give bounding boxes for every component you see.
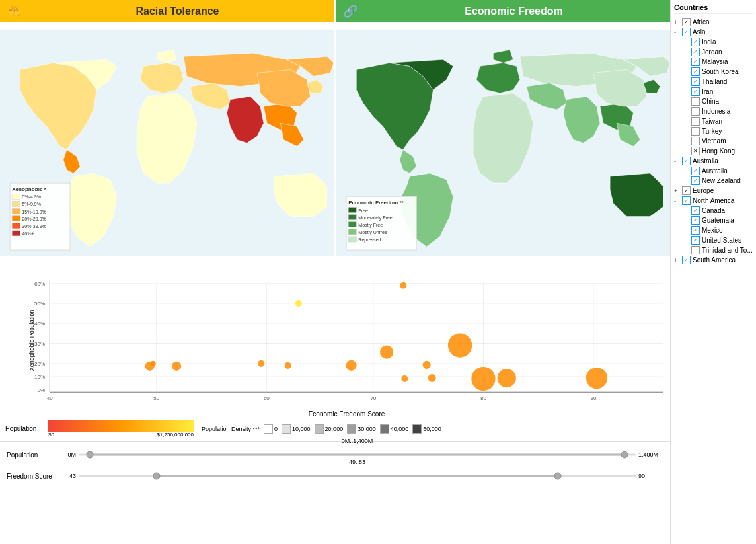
sidebar-item-europe[interactable]: + ✓ Europe: [674, 186, 753, 196]
svg-text:Moderately Free: Moderately Free: [358, 215, 392, 221]
main-container: 🤲 Racial Tolerance: [0, 0, 756, 544]
sidebar-item-australia[interactable]: ✓ Australia: [674, 166, 753, 176]
sidebar-item-canada[interactable]: ✓ Canada: [674, 206, 753, 215]
new-zealand-checkbox[interactable]: ✓: [691, 176, 700, 185]
sidebar-item-north-america[interactable]: - ✓ North America: [674, 196, 753, 206]
south-korea-checkbox[interactable]: ✓: [691, 67, 700, 76]
australia-group-expander[interactable]: -: [674, 158, 682, 165]
turkey-checkbox[interactable]: [691, 127, 700, 136]
bubble-4[interactable]: [258, 360, 264, 367]
racial-tolerance-map[interactable]: Xenophobic * 0%-4.9% 5%-9.9% 15%-19.9% 2…: [0, 22, 334, 264]
vietnam-checkbox[interactable]: [691, 137, 700, 145]
svg-rect-9: [12, 216, 20, 221]
canada-label: Canada: [702, 207, 725, 214]
sidebar-item-guatemala[interactable]: ✓ Guatemala: [674, 215, 753, 225]
bubble-5[interactable]: [285, 362, 291, 369]
united-states-checkbox[interactable]: ✓: [691, 236, 700, 245]
sidebar-item-malaysia[interactable]: ✓ Malaysia: [674, 57, 753, 67]
africa-checkbox[interactable]: ✓: [682, 18, 691, 26]
maps-area: 🤲 Racial Tolerance: [0, 0, 670, 264]
sidebar-item-asia[interactable]: - ✓ Asia: [674, 27, 753, 37]
countries-sidebar: Countries + ✓ Africa - ✓ Asia ✓ India ✓ …: [670, 0, 756, 544]
malaysia-checkbox[interactable]: ✓: [691, 58, 700, 66]
svg-text:Xenophobic *: Xenophobic *: [12, 186, 46, 192]
economic-freedom-map[interactable]: Economic Freedom ** Free Moderately Free…: [336, 22, 670, 264]
asia-expander[interactable]: -: [674, 29, 682, 36]
freedom-thumb-left[interactable]: [153, 473, 161, 480]
bubble-9[interactable]: [586, 368, 607, 389]
africa-expander[interactable]: +: [674, 19, 682, 26]
svg-text:80: 80: [480, 395, 486, 401]
sidebar-item-africa[interactable]: + ✓ Africa: [674, 17, 753, 27]
pop-thumb-right[interactable]: [621, 451, 628, 459]
bubble-1[interactable]: [448, 333, 472, 357]
freedom-thumb-right[interactable]: [554, 473, 561, 480]
taiwan-checkbox[interactable]: [691, 117, 700, 126]
sidebar-item-thailand[interactable]: ✓ Thailand: [674, 77, 753, 87]
svg-rect-26: [348, 237, 356, 242]
trinidad-checkbox[interactable]: [691, 246, 700, 254]
sidebar-item-china[interactable]: China: [674, 97, 753, 106]
europe-expander[interactable]: +: [674, 188, 682, 194]
bubble-14[interactable]: [400, 282, 406, 289]
europe-checkbox[interactable]: ✓: [682, 186, 691, 195]
pop-thumb-left[interactable]: [86, 451, 93, 459]
north-america-checkbox[interactable]: ✓: [682, 196, 691, 205]
sidebar-item-indonesia[interactable]: Indonesia: [674, 106, 753, 116]
svg-text:Mostly Free: Mostly Free: [358, 223, 383, 228]
sidebar-item-hong-kong[interactable]: ✕ Hong Kong: [674, 146, 753, 156]
svg-text:20%: 20%: [34, 361, 45, 367]
sidebar-item-jordan[interactable]: ✓ Jordan: [674, 47, 753, 57]
sidebar-item-trinidad[interactable]: Trinidad and To...: [674, 245, 753, 255]
sidebar-item-india[interactable]: ✓ India: [674, 37, 753, 47]
south-america-expander[interactable]: +: [674, 257, 682, 264]
bubble-12[interactable]: [401, 375, 408, 382]
china-checkbox[interactable]: [691, 97, 700, 106]
bubble-13[interactable]: [428, 374, 436, 382]
svg-rect-7: [12, 208, 20, 214]
indonesia-checkbox[interactable]: [691, 107, 700, 116]
sidebar-item-south-america[interactable]: + ✓ South America: [674, 255, 753, 265]
sidebar-item-taiwan[interactable]: Taiwan: [674, 116, 753, 126]
india-checkbox[interactable]: ✓: [691, 38, 700, 46]
bubble-7[interactable]: [471, 367, 495, 391]
sidebar-item-south-korea[interactable]: ✓ South Korea: [674, 67, 753, 77]
bubble-10[interactable]: [172, 362, 181, 371]
sidebar-title: Countries: [674, 3, 753, 14]
bubble-6[interactable]: [423, 361, 431, 369]
australia-group-checkbox[interactable]: ✓: [682, 157, 691, 165]
freedom-slider[interactable]: 49..83: [79, 468, 636, 484]
sidebar-item-iran[interactable]: ✓ Iran: [674, 87, 753, 97]
freedom-mid-label: 49..83: [349, 459, 365, 465]
pop-slider-min: 0M: [59, 451, 76, 458]
hong-kong-checkbox[interactable]: ✕: [691, 147, 700, 155]
south-america-checkbox[interactable]: ✓: [682, 256, 691, 264]
svg-text:30%: 30%: [34, 341, 45, 347]
svg-text:0%-4.9%: 0%-4.9%: [22, 194, 41, 199]
india-label: India: [702, 38, 716, 46]
bubble-india[interactable]: [295, 300, 302, 307]
jordan-checkbox[interactable]: ✓: [691, 48, 700, 56]
bubble-2[interactable]: [380, 346, 393, 359]
guatemala-checkbox[interactable]: ✓: [691, 216, 700, 225]
bubble-8[interactable]: [498, 369, 516, 387]
north-america-expander[interactable]: -: [674, 198, 682, 204]
sidebar-item-mexico[interactable]: ✓ Mexico: [674, 225, 753, 235]
canada-checkbox[interactable]: ✓: [691, 206, 700, 215]
bubble-3[interactable]: [346, 360, 356, 371]
sidebar-item-united-states[interactable]: ✓ United States: [674, 235, 753, 245]
svg-text:30%-39.9%: 30%-39.9%: [22, 224, 46, 229]
sidebar-item-vietnam[interactable]: Vietnam: [674, 136, 753, 146]
scatter-chart-area: Xenophobic Population 60% 50% 40% 30% 20…: [0, 264, 670, 416]
asia-checkbox[interactable]: ✓: [682, 28, 691, 36]
mexico-checkbox[interactable]: ✓: [691, 226, 700, 235]
sidebar-item-australia-group[interactable]: - ✓ Australia: [674, 156, 753, 166]
thailand-checkbox[interactable]: ✓: [691, 77, 700, 86]
bubble-15[interactable]: [151, 361, 156, 366]
iran-checkbox[interactable]: ✓: [691, 87, 700, 96]
south-korea-label: South Korea: [702, 68, 739, 75]
sidebar-item-turkey[interactable]: Turkey: [674, 126, 753, 136]
sidebar-item-new-zealand[interactable]: ✓ New Zealand: [674, 176, 753, 186]
thailand-label: Thailand: [702, 78, 727, 85]
australia-checkbox[interactable]: ✓: [691, 167, 700, 175]
